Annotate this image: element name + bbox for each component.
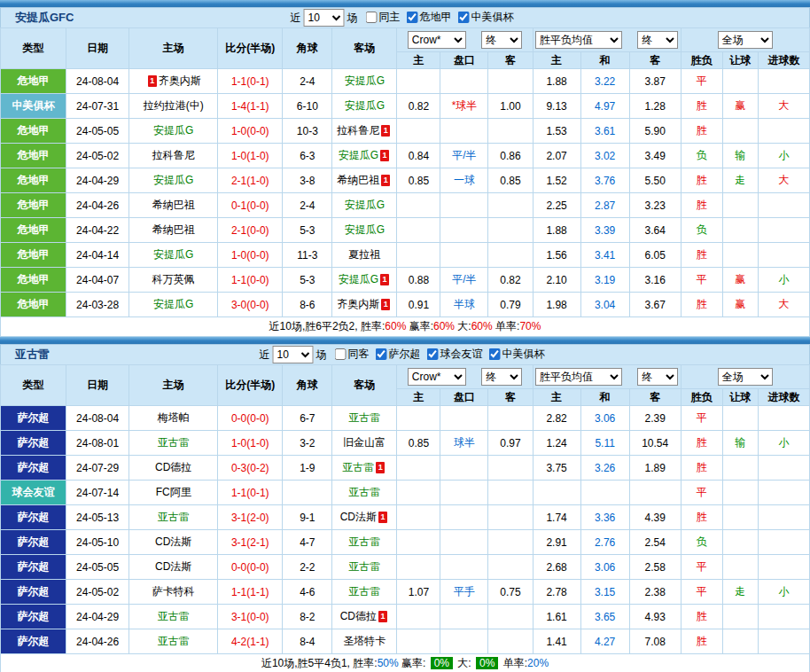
odds-home: 0.84 (397, 144, 440, 168)
team-name[interactable]: CD法斯 (340, 511, 377, 523)
corner-count: 4-7 (283, 530, 332, 555)
odds-source-select[interactable]: Crow* (408, 368, 466, 386)
match-row: 危地甲24-04-26希纳巴祖0-1(0-0)2-4安提瓜G2.252.873.… (1, 193, 810, 218)
team-name[interactable]: 亚古雷 (158, 436, 190, 449)
team-name[interactable]: 拉约拉港(中) (144, 99, 204, 112)
result-handicap (722, 243, 758, 268)
col-score: 比分(半场) (218, 365, 283, 406)
team-name[interactable]: 齐奥内斯 (337, 298, 379, 310)
team-name[interactable]: 安提瓜G (153, 124, 193, 137)
odds-source-select[interactable]: Crow* (408, 31, 466, 49)
team-name[interactable]: 旧金山富 (343, 436, 386, 449)
games-count-select[interactable]: 10 (304, 9, 345, 27)
team-name[interactable]: CD德拉 (155, 461, 191, 473)
team-name[interactable]: 齐奥内斯 (159, 74, 201, 87)
avg-final-select[interactable]: 终 (637, 31, 678, 49)
filter-checkbox[interactable]: 同主 (366, 10, 401, 25)
team-name[interactable]: FC阿里 (156, 486, 191, 498)
team-name[interactable]: 拉科鲁尼 (152, 149, 195, 161)
team-name[interactable]: 亚古雷 (348, 560, 380, 573)
team-name[interactable]: 拉科鲁尼 (337, 124, 379, 137)
avg-away: 2.38 (629, 580, 681, 605)
filter-checkbox-input[interactable] (335, 348, 347, 360)
odds-handicap (440, 456, 488, 481)
scope-select[interactable]: 全场 (718, 31, 773, 49)
team-name[interactable]: 夏拉祖 (348, 248, 380, 261)
filter-checkbox[interactable]: 萨尔超 (376, 347, 421, 362)
avg-home: 1.74 (533, 505, 580, 530)
team-name[interactable]: 安提瓜G (345, 199, 385, 211)
odds-final-select[interactable]: 终 (481, 368, 522, 386)
team-name[interactable]: 亚古雷 (348, 535, 380, 548)
odds-final-select[interactable]: 终 (481, 31, 522, 49)
col-corner: 角球 (283, 28, 332, 69)
odds-away (488, 605, 533, 629)
team-name[interactable]: 安提瓜G (153, 248, 193, 261)
result-wdl: 平 (681, 580, 722, 605)
team-name[interactable]: 亚古雷 (158, 511, 190, 523)
filter-checkbox[interactable]: 球会友谊 (427, 347, 483, 362)
avg-final-select[interactable]: 终 (637, 368, 678, 386)
score-halftime: 3-1(2-1) (218, 530, 283, 555)
team-name[interactable]: CD法斯 (155, 535, 191, 548)
team-name[interactable]: 安提瓜G (339, 273, 378, 285)
team-name[interactable]: 亚古雷 (158, 635, 190, 647)
team-name[interactable]: 萨卡特科 (152, 585, 195, 598)
team-name[interactable]: 希纳巴祖 (337, 174, 379, 186)
league-badge: 危地甲 (1, 293, 66, 317)
filter-checkbox[interactable]: 同客 (335, 347, 370, 362)
away-team: 安提瓜G (332, 193, 397, 218)
score-halftime: 1-4(1-1) (218, 94, 283, 119)
team-name[interactable]: 安提瓜G (345, 74, 385, 87)
result-wdl: 负 (681, 218, 722, 243)
result-handicap (722, 119, 758, 144)
team-name[interactable]: 安提瓜G (153, 298, 193, 310)
team-name[interactable]: 亚古雷 (348, 486, 380, 498)
league-badge: 萨尔超 (1, 605, 66, 629)
match-date: 24-05-13 (66, 505, 129, 530)
filter-checkbox[interactable]: 中美俱杯 (458, 10, 514, 25)
team-name[interactable]: 科万英佩 (152, 273, 195, 285)
odds-away (488, 193, 533, 218)
filter-checkbox[interactable]: 危地甲 (407, 10, 452, 25)
filter-checkbox[interactable]: 中美俱杯 (489, 347, 545, 362)
col-type: 类型 (1, 28, 66, 69)
team-name[interactable]: CD德拉 (340, 610, 377, 622)
col-corner: 角球 (283, 365, 332, 406)
filter-checkbox-input[interactable] (376, 348, 387, 360)
filter-checkbox-input[interactable] (366, 12, 378, 23)
team-section-yagure: 亚古雷 近 10 场 同客萨尔超球会友谊中美俱杯 类型 日期 主场 比分(半场)… (0, 344, 810, 672)
filter-checkbox-input[interactable] (407, 12, 418, 23)
summary-text: 单率: (493, 320, 520, 332)
team-name[interactable]: 安提瓜G (339, 149, 378, 161)
result-handicap: 走 (722, 580, 758, 605)
team-name[interactable]: 亚古雷 (348, 411, 380, 424)
odds-home (397, 456, 440, 481)
games-suffix-label: 场 (316, 348, 327, 363)
team-name[interactable]: 圣塔特卡 (343, 635, 386, 647)
team-name[interactable]: 安提瓜G (345, 223, 385, 236)
team-name[interactable]: 希纳巴祖 (152, 223, 195, 236)
filter-checkbox-input[interactable] (427, 348, 439, 360)
games-count-select[interactable]: 10 (273, 346, 314, 363)
away-team: 安提瓜G1 (332, 144, 397, 168)
team-name[interactable]: 希纳巴祖 (152, 199, 195, 211)
avg-source-select[interactable]: 胜平负均值 (535, 31, 622, 49)
team-name[interactable]: 安提瓜G (345, 99, 385, 112)
league-filter-group: 同客萨尔超球会友谊中美俱杯 (335, 347, 551, 363)
result-handicap: 走 (722, 168, 758, 193)
team-name[interactable]: 亚古雷 (342, 461, 374, 473)
avg-source-select[interactable]: 胜平负均值 (535, 368, 622, 386)
filter-checkbox-input[interactable] (458, 12, 470, 23)
team-name[interactable]: CD法斯 (155, 560, 191, 573)
team-name[interactable]: 亚古雷 (158, 610, 190, 622)
home-team: 亚古雷 (129, 629, 218, 654)
filter-checkbox-input[interactable] (489, 348, 501, 360)
team-name[interactable]: 安提瓜G (153, 174, 193, 186)
scope-select[interactable]: 全场 (718, 368, 773, 386)
team-name[interactable]: 亚古雷 (348, 585, 380, 598)
team-name[interactable]: 梅塔帕 (158, 411, 190, 424)
result-wdl: 胜 (681, 119, 722, 144)
avg-home: 2.78 (533, 580, 580, 605)
result-goals (758, 505, 809, 530)
